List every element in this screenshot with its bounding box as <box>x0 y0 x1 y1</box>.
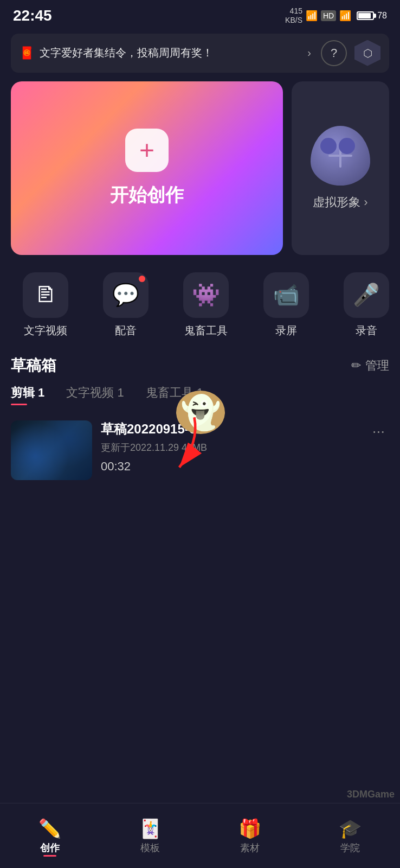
tool-record-audio[interactable]: 🎤 录音 <box>326 264 395 347</box>
tool-dubbing-icon-wrap: 💬 <box>103 272 149 318</box>
tab-clip[interactable]: 剪辑 1 <box>11 385 44 405</box>
avatar-label: 虚拟形象 <box>313 194 360 210</box>
main-cards: + 开始创作 虚拟形象 › <box>11 81 389 255</box>
edit-icon: ✏ <box>351 359 361 373</box>
draft-thumb-pattern <box>11 420 92 480</box>
create-nav-icon: ✏️ <box>38 818 61 839</box>
banner[interactable]: 🧧 文字爱好者集结令，投稿周周有奖！ › ? ⬡ <box>11 34 389 73</box>
create-card[interactable]: + 开始创作 <box>11 81 283 255</box>
draft-header: 草稿箱 ✏ 管理 <box>11 355 389 376</box>
academy-nav-icon: 🎓 <box>339 818 362 839</box>
status-bar: 22:45 415KB/S 📶 HD 📶 78 <box>0 0 400 29</box>
nav-create[interactable]: ✏️ 创作 <box>0 812 100 860</box>
draft-more-button[interactable]: ··· <box>368 420 389 442</box>
tool-record-audio-icon-wrap: 🎤 <box>344 272 389 318</box>
nav-material[interactable]: 🎁 素材 <box>200 812 300 860</box>
arrow-svg <box>157 412 211 477</box>
tool-dubbing[interactable]: 💬 配音 <box>86 264 166 347</box>
manage-label: 管理 <box>365 358 389 374</box>
network-speed: 415KB/S <box>285 7 302 25</box>
tool-ghost-label: 鬼畜工具 <box>184 323 228 338</box>
record-screen-icon: 📹 <box>273 282 300 308</box>
material-nav-label: 素材 <box>240 841 260 854</box>
create-nav-label: 创作 <box>40 841 60 854</box>
tool-dubbing-label: 配音 <box>115 323 137 338</box>
hd-icon: HD <box>321 10 336 21</box>
tool-ghost-icon-wrap: 👾 <box>183 272 229 318</box>
help-button[interactable]: ? <box>321 40 347 66</box>
draft-title: 草稿箱 <box>11 355 56 376</box>
draft-thumbnail <box>11 420 92 480</box>
avatar-card[interactable]: 虚拟形象 › <box>292 81 389 255</box>
ghost-icon: 👾 <box>192 282 220 308</box>
wifi-icon: 📶 <box>306 10 318 22</box>
status-time: 22:45 <box>13 7 52 24</box>
banner-action-icons: ? ⬡ <box>321 40 380 66</box>
dubbing-notification-dot <box>139 276 145 282</box>
battery-percent: 78 <box>377 11 387 21</box>
draft-duration: 00:32 <box>101 459 359 474</box>
material-nav-icon: 🎁 <box>238 818 261 839</box>
watermark: 3DMGame <box>347 789 395 800</box>
avatar-shape <box>311 126 370 186</box>
record-audio-icon: 🎤 <box>353 282 380 308</box>
tools-row: 🖹 文字视频 💬 配音 👾 鬼畜工具 📹 录屏 🎤 录音 <box>5 264 395 347</box>
nav-template[interactable]: 🃏 模板 <box>100 812 201 860</box>
nav-academy[interactable]: 🎓 学院 <box>300 812 401 860</box>
tool-text-video-label: 文字视频 <box>24 323 67 338</box>
draft-meta: 更新于2022.11.29 49MB <box>101 441 359 454</box>
tool-ghost[interactable]: 👾 鬼畜工具 <box>166 264 246 347</box>
banner-arrow: › <box>307 47 311 59</box>
template-nav-icon: 🃏 <box>139 818 162 839</box>
nav-active-indicator <box>43 855 56 857</box>
tool-text-video[interactable]: 🖹 文字视频 <box>5 264 86 347</box>
banner-emoji: 🧧 <box>20 46 34 60</box>
hex-menu-button[interactable]: ⬡ <box>354 40 380 66</box>
tool-record-screen-icon-wrap: 📹 <box>263 272 309 318</box>
avatar-cross-icon <box>327 142 354 169</box>
academy-nav-label: 学院 <box>340 841 360 854</box>
bottom-nav: ✏️ 创作 🃏 模板 🎁 素材 🎓 学院 <box>0 803 400 868</box>
banner-text: 文字爱好者集结令，投稿周周有奖！ <box>40 46 302 60</box>
create-label: 开始创作 <box>110 183 184 208</box>
tool-text-video-icon-wrap: 🖹 <box>23 272 68 318</box>
dubbing-icon: 💬 <box>112 282 139 308</box>
draft-manage-button[interactable]: ✏ 管理 <box>351 358 389 374</box>
tool-record-screen-label: 录屏 <box>275 323 297 338</box>
status-icons: 415KB/S 📶 HD 📶 78 <box>285 7 387 25</box>
signal-icon: 📶 <box>339 10 351 22</box>
tab-text-video[interactable]: 文字视频 1 <box>66 385 124 405</box>
tool-record-screen[interactable]: 📹 录屏 <box>246 264 326 347</box>
create-plus-icon: + <box>125 129 169 172</box>
tool-record-audio-label: 录音 <box>356 323 377 338</box>
avatar-arrow: › <box>364 195 367 209</box>
battery-icon <box>357 11 374 20</box>
text-video-icon: 🖹 <box>35 283 56 307</box>
template-nav-label: 模板 <box>140 841 160 854</box>
